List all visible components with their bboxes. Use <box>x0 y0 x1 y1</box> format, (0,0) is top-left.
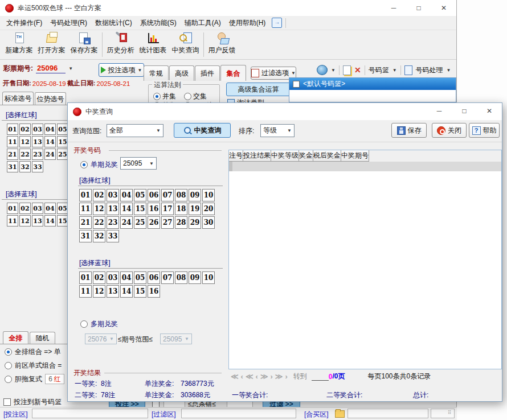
tab-plugin[interactable]: 插件 <box>195 65 220 81</box>
red-ball-button[interactable]: 02 <box>19 123 31 135</box>
chevron-down-icon[interactable]: ▼ <box>331 68 336 73</box>
history-analysis-button[interactable]: 历史分析 <box>104 30 137 59</box>
pager-nav-icon[interactable]: › <box>285 372 287 381</box>
red-ball-button[interactable]: 24 <box>120 216 133 229</box>
menu-item[interactable]: 号码处理(R) <box>46 19 91 27</box>
dialog-minimize-button[interactable]: ─ <box>427 103 452 119</box>
query-button[interactable]: 中奖查询 <box>174 123 231 138</box>
folder-icon[interactable] <box>335 410 345 418</box>
red-ball-button[interactable]: 04 <box>44 123 56 135</box>
blue-ball-button[interactable]: 10 <box>202 271 215 284</box>
blue-ball-button[interactable]: 14 <box>44 215 56 227</box>
pager-nav-icon[interactable]: ‹ <box>241 372 243 381</box>
union-radio[interactable] <box>153 93 161 100</box>
red-ball-button[interactable]: 01 <box>79 189 92 201</box>
table-header-cell[interactable]: 中奖等级 <box>271 150 299 162</box>
red-ball-button[interactable]: 30 <box>202 216 215 229</box>
red-ball-button[interactable]: 02 <box>93 189 105 201</box>
dantuo-radio[interactable] <box>5 376 12 383</box>
minimize-button[interactable]: ─ <box>381 0 406 16</box>
bet-to-basket-checkbox[interactable] <box>3 398 11 406</box>
red-ball-button[interactable]: 29 <box>189 216 201 229</box>
dialog-maximize-button[interactable]: □ <box>452 103 477 119</box>
range-from-combobox[interactable]: 25076▼ <box>85 333 117 344</box>
blue-ball-button[interactable]: 13 <box>32 215 43 227</box>
red-ball-button[interactable]: 15 <box>57 136 68 147</box>
globe-icon[interactable] <box>317 65 328 75</box>
advanced-set-button[interactable]: 高级集合运算 <box>226 83 291 96</box>
red-ball-button[interactable]: 33 <box>107 230 119 242</box>
red-ball-button[interactable]: 13 <box>107 203 119 215</box>
table-header-cell[interactable]: 奖金 <box>299 150 313 162</box>
red-ball-button[interactable]: 28 <box>175 216 187 229</box>
tab-random[interactable]: 随机 <box>30 332 55 344</box>
menu-item[interactable]: 数据统计(C) <box>91 19 136 27</box>
blue-ball-button[interactable]: 11 <box>7 215 18 227</box>
menu-item[interactable]: 使用帮助(H) <box>225 19 270 27</box>
red-ball-button[interactable]: 08 <box>175 189 187 201</box>
range-to-combobox[interactable]: 25095▼ <box>160 333 192 344</box>
red-ball-button[interactable]: 14 <box>44 136 56 147</box>
red-ball-button[interactable]: 16 <box>148 203 160 215</box>
pager-nav-icon[interactable]: ≪ <box>246 372 254 381</box>
chevron-down-icon[interactable]: ▼ <box>392 68 397 73</box>
red-ball-button[interactable]: 13 <box>32 136 43 147</box>
blue-ball-button[interactable]: 04 <box>120 271 133 284</box>
blue-ball-button[interactable]: 03 <box>32 203 43 214</box>
red-ball-button[interactable]: 05 <box>134 189 146 201</box>
stats-chart-button[interactable]: 统计图表 <box>137 30 169 59</box>
red-ball-button[interactable]: 10 <box>202 189 215 201</box>
pager-nav-icon[interactable]: › <box>271 372 273 381</box>
feedback-button[interactable]: 用户反馈 <box>206 30 238 59</box>
ticket-issue-combobox[interactable]: 25096 <box>36 64 66 73</box>
red-ball-button[interactable]: 03 <box>32 123 43 135</box>
resize-grip[interactable]: ⠿ <box>448 410 452 415</box>
red-ball-button[interactable]: 22 <box>19 149 31 160</box>
intersection-radio[interactable] <box>184 93 191 100</box>
maximize-button[interactable]: □ <box>406 0 431 16</box>
red-ball-button[interactable]: 09 <box>189 189 201 201</box>
blue-ball-button[interactable]: 11 <box>79 285 92 298</box>
blue-ball-button[interactable]: 05 <box>57 203 68 214</box>
tab-standard-select[interactable]: 标准选号 <box>2 92 34 105</box>
red-ball-button[interactable]: 04 <box>120 189 133 201</box>
red-ball-button[interactable]: 25 <box>134 216 146 229</box>
red-ball-button[interactable]: 25 <box>57 149 68 160</box>
front-single-radio[interactable] <box>5 362 12 369</box>
red-ball-button[interactable]: 23 <box>32 149 43 160</box>
red-ball-button[interactable]: 12 <box>93 203 105 215</box>
save-plan-button[interactable]: 保存方案 <box>68 30 100 59</box>
basket-menu-button[interactable]: 号码篮 <box>369 65 389 75</box>
blue-ball-button[interactable]: 12 <box>19 215 31 227</box>
red-ball-button[interactable]: 21 <box>7 149 18 160</box>
blue-ball-button[interactable]: 05 <box>134 271 146 284</box>
new-item-icon[interactable] <box>343 65 351 75</box>
red-ball-button[interactable]: 07 <box>161 189 174 201</box>
red-ball-button[interactable]: 17 <box>161 203 174 215</box>
prize-query-button[interactable]: 中奖查询 <box>169 30 202 59</box>
table-header-cell[interactable]: 税后奖金 <box>313 150 341 162</box>
tab-full-permutation[interactable]: 全排 <box>3 331 28 344</box>
red-ball-button[interactable]: 33 <box>32 161 43 172</box>
blue-ball-button[interactable]: 04 <box>44 203 56 214</box>
multi-issue-radio[interactable] <box>80 320 88 328</box>
pager-nav-icon[interactable]: ≪ <box>231 372 239 381</box>
red-ball-button[interactable]: 06 <box>148 189 160 201</box>
red-ball-button[interactable]: 11 <box>7 136 18 147</box>
number-doc-icon[interactable] <box>404 65 412 75</box>
red-ball-button[interactable]: 32 <box>93 230 105 242</box>
blue-ball-button[interactable]: 14 <box>120 285 133 298</box>
blue-ball-button[interactable]: 16 <box>148 285 160 298</box>
exit-icon[interactable]: → <box>272 18 282 28</box>
red-ball-button[interactable]: 19 <box>189 203 201 215</box>
query-scope-combobox[interactable]: 全部▼ <box>107 124 163 137</box>
chevron-down-icon[interactable]: ▼ <box>447 68 451 73</box>
red-ball-button[interactable]: 11 <box>79 203 92 215</box>
single-issue-combobox[interactable]: 25095▼ <box>120 157 157 170</box>
pager-nav-icon[interactable]: ‹ <box>256 372 258 381</box>
new-plan-button[interactable]: 新建方案 <box>3 30 35 59</box>
dantuo-input[interactable]: 6 红 <box>45 374 64 384</box>
goto-page-input[interactable] <box>312 373 329 381</box>
red-ball-button[interactable]: 32 <box>19 161 31 172</box>
blue-ball-button[interactable]: 01 <box>7 203 18 214</box>
